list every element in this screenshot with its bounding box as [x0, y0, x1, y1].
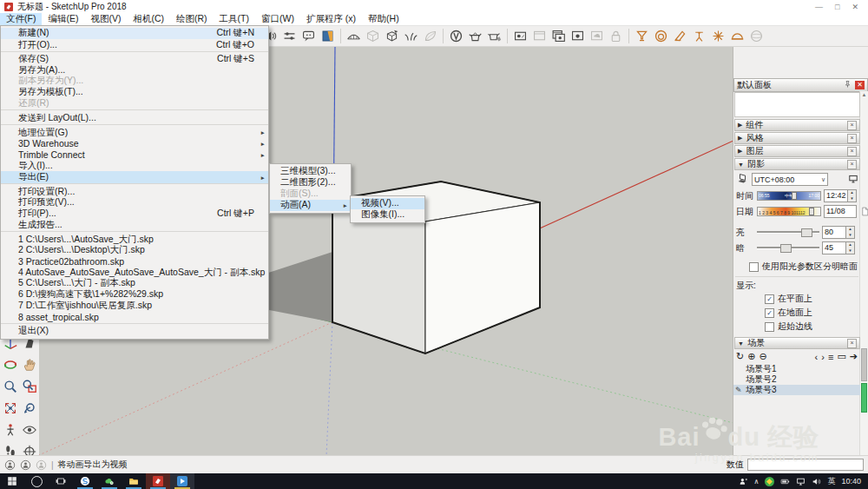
close-section-icon[interactable]: ×: [847, 339, 857, 348]
file-menu-item[interactable]: 发送到 LayOut(L)... ►: [1, 112, 268, 125]
file-menu-item[interactable]: 5 C:\Users\...\大门 - 副本.skp ►: [1, 278, 268, 289]
time-value-field[interactable]: 12:42 ▲▼: [824, 189, 857, 202]
render-last-icon[interactable]: [530, 28, 549, 45]
leaf-icon[interactable]: [421, 28, 439, 45]
sign-in-icon[interactable]: [36, 459, 47, 471]
vegetation-icon[interactable]: [402, 28, 420, 45]
batch-render-icon[interactable]: [569, 28, 587, 45]
file-menu-item[interactable]: 7 D:\工作室\jishhou\民居复原.skp ►: [1, 300, 268, 311]
file-menu-item[interactable]: 打印(P)... Ctrl 键+P ►: [1, 208, 268, 220]
file-menu-item[interactable]: 另存为(A)... ►: [1, 64, 268, 76]
tray-expand-icon[interactable]: ∧: [754, 478, 760, 486]
close-section-icon[interactable]: ×: [847, 147, 857, 156]
use-sun-checkbox[interactable]: [749, 262, 759, 272]
minimize-button[interactable]: —: [815, 3, 823, 11]
menubar-item[interactable]: 视图(V): [84, 13, 127, 25]
cloud-render-icon[interactable]: [588, 28, 606, 45]
vray-interactive-render-icon[interactable]: [485, 28, 503, 45]
menubar-item[interactable]: 工具(T): [214, 13, 255, 25]
section-components[interactable]: ▶ 组件 ×: [734, 119, 860, 131]
file-menu-item[interactable]: 副本另存为(Y)... ►: [1, 76, 268, 87]
time-spinner[interactable]: ▲▼: [847, 190, 856, 202]
file-menu-item[interactable]: 1 C:\Users\...\AutoSave_大门.skp ►: [1, 234, 268, 245]
instructor-panel-icon[interactable]: [319, 28, 337, 45]
file-menu-item[interactable]: 地理位置(G) ►: [1, 127, 268, 138]
taskbar-media-app-icon[interactable]: [170, 473, 194, 489]
file-menu-item[interactable]: 8 asset_tropical.skp ►: [1, 311, 268, 324]
vray-logo-icon[interactable]: [447, 28, 465, 45]
vray-plane-light-icon[interactable]: [633, 28, 651, 45]
file-menu-item[interactable]: 2 C:\Users\...\Desktop\大门.skp ►: [1, 245, 268, 256]
file-menu-item[interactable]: 生成报告... ►: [1, 219, 268, 232]
light-value-field[interactable]: 80 ▲▼: [822, 226, 855, 239]
display-checkbox[interactable]: [765, 294, 774, 304]
export-submenu-item[interactable]: 二维图形(2)... ►: [270, 177, 351, 188]
light-slider[interactable]: [757, 228, 819, 237]
credits-icon[interactable]: [20, 459, 31, 471]
people-icon[interactable]: [739, 477, 748, 486]
menubar-item[interactable]: 帮助(H): [362, 13, 405, 25]
vray-cone-light-icon[interactable]: [671, 28, 689, 45]
section-styles[interactable]: ▶ 风格 ×: [734, 132, 860, 144]
chat-bubble-icon[interactable]: [299, 28, 318, 45]
vray-asset-editor-icon[interactable]: [466, 28, 484, 45]
menubar-item[interactable]: 文件(F): [0, 13, 42, 25]
file-menu-item[interactable]: 6 D:\搜狗高速下载\1+%282%29.skp ►: [1, 289, 268, 301]
export-submenu-item[interactable]: 动画(A) ►: [270, 200, 351, 211]
toggle-shadows-icon[interactable]: [736, 172, 749, 187]
show-details-icon[interactable]: ▭: [837, 351, 845, 362]
file-menu-item[interactable]: 保存(S) Ctrl 键+S ►: [1, 54, 268, 65]
section-layers[interactable]: ▶ 图层 ×: [734, 145, 860, 157]
menubar-item[interactable]: 绘图(R): [170, 13, 214, 25]
maximize-button[interactable]: □: [835, 3, 839, 11]
display-checkbox[interactable]: [765, 322, 774, 332]
previous-view-tool-icon[interactable]: [20, 397, 39, 419]
zoom-extents-tool-icon[interactable]: [1, 397, 20, 419]
move-scene-left-icon[interactable]: ‹: [815, 352, 819, 362]
start-button[interactable]: [0, 473, 24, 489]
remove-scene-icon[interactable]: ⊖: [759, 351, 766, 362]
scene-list-item[interactable]: ✎ 场景号3: [733, 385, 860, 395]
frame-buffer-icon[interactable]: [549, 28, 568, 45]
file-menu-item[interactable]: 4 AutoSave_AutoSave_AutoSave_AutoSave_大门…: [1, 267, 268, 278]
file-menu-item[interactable]: 退出(X) ►: [1, 326, 268, 337]
taskbar-sketchup-icon[interactable]: [146, 473, 170, 489]
close-button[interactable]: ✕: [852, 3, 858, 11]
shadow-display-icon[interactable]: [848, 174, 858, 186]
animation-submenu-item[interactable]: 视频(V)...: [351, 198, 424, 209]
vray-omni-light-icon[interactable]: [709, 28, 727, 45]
zoom-tool-icon[interactable]: [1, 375, 20, 397]
time-slider[interactable]: 06:55 中午 17:00: [757, 191, 821, 201]
dark-slider[interactable]: [757, 243, 819, 253]
menubar-item[interactable]: 扩展程序 (x): [300, 13, 362, 25]
pin-icon[interactable]: [843, 80, 852, 90]
panel-scrollbar[interactable]: ▲: [859, 91, 868, 456]
lock-icon[interactable]: [607, 28, 625, 45]
scene-options-icon[interactable]: ➔: [850, 351, 858, 362]
animation-submenu-item[interactable]: 图像集(I)...: [351, 209, 424, 221]
soften-edges-icon[interactable]: [364, 28, 382, 45]
file-menu-item[interactable]: 打开(O)... Ctrl 键+O ►: [1, 39, 268, 52]
add-scene-icon[interactable]: ⊕: [747, 351, 755, 362]
vray-spot-light-icon[interactable]: [690, 28, 708, 45]
geolocation-icon[interactable]: [4, 459, 16, 471]
export-submenu-item[interactable]: 剖面(S)... ►: [270, 188, 351, 200]
file-menu-item[interactable]: 还原(R) ►: [1, 97, 268, 110]
file-menu-item[interactable]: 另存为模板(T)... ►: [1, 87, 268, 98]
update-scene-icon[interactable]: ↻: [736, 351, 744, 362]
menubar-item[interactable]: 编辑(E): [42, 13, 84, 25]
display-tray-icon[interactable]: [796, 477, 806, 486]
mixer-icon[interactable]: [280, 28, 299, 45]
close-section-icon[interactable]: ×: [847, 134, 857, 143]
close-section-icon[interactable]: ×: [847, 160, 857, 169]
close-section-icon[interactable]: ×: [847, 121, 857, 130]
dark-value-field[interactable]: 45 ▲▼: [822, 241, 855, 254]
taskbar-cloud-app-icon[interactable]: [97, 473, 122, 489]
file-menu-item[interactable]: 新建(N) Ctrl 键+N ►: [1, 28, 268, 39]
render-scene-icon[interactable]: [511, 28, 529, 45]
time-slider-handle[interactable]: [792, 192, 797, 200]
look-around-tool-icon[interactable]: [20, 419, 39, 440]
file-menu-item[interactable]: 打印预览(V)... ►: [1, 197, 268, 208]
menubar-item[interactable]: 相机(C): [127, 13, 170, 25]
scroll-up-icon[interactable]: ▲: [860, 92, 868, 97]
